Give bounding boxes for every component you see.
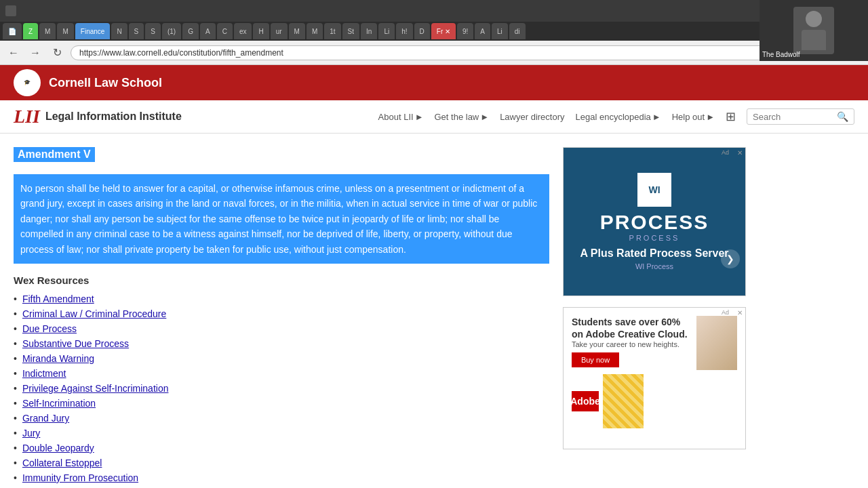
tab-st[interactable]: St <box>342 23 359 39</box>
tab-li1[interactable]: Li <box>378 23 395 39</box>
address-bar-row: ← → ↻ https://www.law.cornell.edu/consti… <box>0 41 868 65</box>
tab-1[interactable]: (1) <box>162 23 181 39</box>
tab-ur[interactable]: ur <box>271 23 288 39</box>
tab-9[interactable]: 9! <box>457 23 473 39</box>
tab-in[interactable]: In <box>361 23 377 39</box>
wex-resources-list: Fifth Amendment Criminal Law / Criminal … <box>14 291 549 488</box>
list-item: Collateral Estoppel <box>14 455 549 470</box>
lii-logo-text: Legal Information Institute <box>45 110 182 123</box>
wex-link-substantive-due-process[interactable]: Substantive Due Process <box>22 338 129 349</box>
process-company: WI Process <box>635 262 673 270</box>
nav-get-law[interactable]: Get the law ► <box>435 112 490 122</box>
ad-close-1[interactable]: ✕ <box>737 149 743 157</box>
adobe-logo-area: Adobe <box>572 374 737 428</box>
cornell-header: 🎓 Cornell Law School <box>0 65 868 100</box>
list-item: Immunity From Prosecution <box>14 470 549 485</box>
webcam-name: The Badwolf <box>762 51 800 58</box>
wex-link-due-process[interactable]: Due Process <box>22 323 77 334</box>
cornell-logo: 🎓 <box>14 69 41 96</box>
wex-link-miranda-warning[interactable]: Miranda Warning <box>22 353 94 364</box>
tab-fr[interactable]: Fr ✕ <box>431 23 456 39</box>
lii-logo-mark: LII <box>14 106 40 127</box>
tab-h[interactable]: H <box>253 23 269 39</box>
tab-a[interactable]: A <box>200 23 216 39</box>
wex-link-criminal-law[interactable]: Criminal Law / Criminal Procedure <box>22 308 166 319</box>
ad-process-server: Ad ✕ WI PROCESS PROCESS A Plus Rated Pro… <box>563 147 746 296</box>
tab-a2[interactable]: A <box>475 23 490 39</box>
sidebar: Ad ✕ WI PROCESS PROCESS A Plus Rated Pro… <box>563 147 746 488</box>
tab-s2[interactable]: S <box>145 23 161 39</box>
amendment-title: Amendment V <box>14 147 95 162</box>
tab-doc[interactable]: 📄 <box>3 23 22 39</box>
tab-li2[interactable]: Li <box>492 23 508 39</box>
tab-m4[interactable]: M <box>307 23 323 39</box>
adobe-buy-button[interactable]: Buy now <box>572 352 619 367</box>
nav-help-out[interactable]: Help out ► <box>672 112 715 122</box>
forward-button[interactable]: → <box>27 45 43 61</box>
tab-m2[interactable]: M <box>57 23 73 39</box>
tab-m3[interactable]: M <box>289 23 305 39</box>
tab-n[interactable]: N <box>111 23 127 39</box>
list-item: Grand Jury <box>14 411 549 426</box>
wex-link-immunity[interactable]: Immunity From Prosecution <box>22 472 138 483</box>
process-tagline: A Plus Rated Process Server <box>580 247 728 260</box>
tab-g[interactable]: G <box>182 23 199 39</box>
list-item: Double Jeopardy <box>14 441 549 455</box>
url-text: https://www.law.cornell.edu/constitution… <box>79 48 283 58</box>
list-item: Self-Incrimination <box>14 396 549 411</box>
list-item: Eminent Domain <box>14 485 549 488</box>
back-button[interactable]: ← <box>5 45 22 61</box>
wex-link-fifth-amendment[interactable]: Fifth Amendment <box>22 293 94 304</box>
refresh-button[interactable]: ↻ <box>49 45 65 61</box>
tab-h2[interactable]: h! <box>396 23 412 39</box>
wex-link-indictment[interactable]: Indictment <box>22 368 66 379</box>
list-item: Jury <box>14 426 549 441</box>
nav-lawyer-directory[interactable]: Lawyer directory <box>500 112 564 122</box>
list-item: Criminal Law / Criminal Procedure <box>14 306 549 321</box>
list-item: Substantive Due Process <box>14 336 549 351</box>
adobe-logo: Adobe <box>572 391 599 411</box>
tab-d[interactable]: D <box>414 23 430 39</box>
tab-1t[interactable]: 1t <box>324 23 340 39</box>
tab-s1[interactable]: S <box>129 23 144 39</box>
adobe-subtext: Take your career to new heights. <box>572 340 692 348</box>
adobe-pattern <box>603 374 644 428</box>
nav-legal-encyclopedia[interactable]: Legal encyclopedia ► <box>576 112 661 122</box>
content-area: Amendment V No person shall be held to a… <box>14 147 549 488</box>
wex-resources-title: Wex Resources <box>14 274 549 286</box>
tab-di[interactable]: di <box>509 23 526 39</box>
tab-ex[interactable]: ex <box>234 23 252 39</box>
tab-m1[interactable]: M <box>39 23 56 39</box>
search-input[interactable] <box>753 112 834 122</box>
wex-link-privilege[interactable]: Privilege Against Self-Incrimination <box>22 383 169 394</box>
adobe-ad-header: Students save over 60% on Adobe Creative… <box>572 316 737 370</box>
wex-link-jury[interactable]: Jury <box>22 428 40 439</box>
adobe-person-image <box>696 316 737 370</box>
adobe-ad-content: Students save over 60% on Adobe Creative… <box>564 308 745 436</box>
tab-z[interactable]: Z <box>23 23 38 39</box>
ad-close-2[interactable]: ✕ <box>737 309 743 317</box>
list-item: Fifth Amendment <box>14 291 549 306</box>
adobe-buy-area: Buy now <box>572 352 692 367</box>
address-bar[interactable]: https://www.law.cornell.edu/constitution… <box>71 45 863 60</box>
wex-link-self-incrimination[interactable]: Self-Incrimination <box>22 398 96 409</box>
wex-link-collateral-estoppel[interactable]: Collateral Estoppel <box>22 458 102 468</box>
tab-c[interactable]: C <box>217 23 233 39</box>
wex-link-grand-jury[interactable]: Grand Jury <box>22 413 69 424</box>
list-item: Due Process <box>14 321 549 336</box>
list-item: Privilege Against Self-Incrimination <box>14 381 549 396</box>
process-ad-arrow[interactable]: ❯ <box>721 249 740 268</box>
browser-tabs: 📄 Z M M Finance N S S (1) G A C ex H ur … <box>0 22 868 41</box>
wex-link-double-jeopardy[interactable]: Double Jeopardy <box>22 443 94 453</box>
adobe-images <box>696 316 737 370</box>
lii-nav: LII Legal Information Institute About LI… <box>0 100 868 134</box>
adobe-headline: Students save over 60% on Adobe Creative… <box>572 316 692 340</box>
nav-about-lii[interactable]: About LII ► <box>378 112 424 122</box>
cornell-title: Cornell Law School <box>49 76 162 90</box>
nav-apps-icon[interactable]: ⊞ <box>726 109 736 124</box>
ad-adobe: Ad ✕ Students save over 60% on Adobe Cre… <box>563 307 746 449</box>
process-logo: WI <box>637 173 671 207</box>
adobe-text-area: Students save over 60% on Adobe Creative… <box>572 316 692 367</box>
tab-finance[interactable]: Finance <box>75 23 111 39</box>
search-button[interactable]: 🔍 <box>837 111 848 122</box>
